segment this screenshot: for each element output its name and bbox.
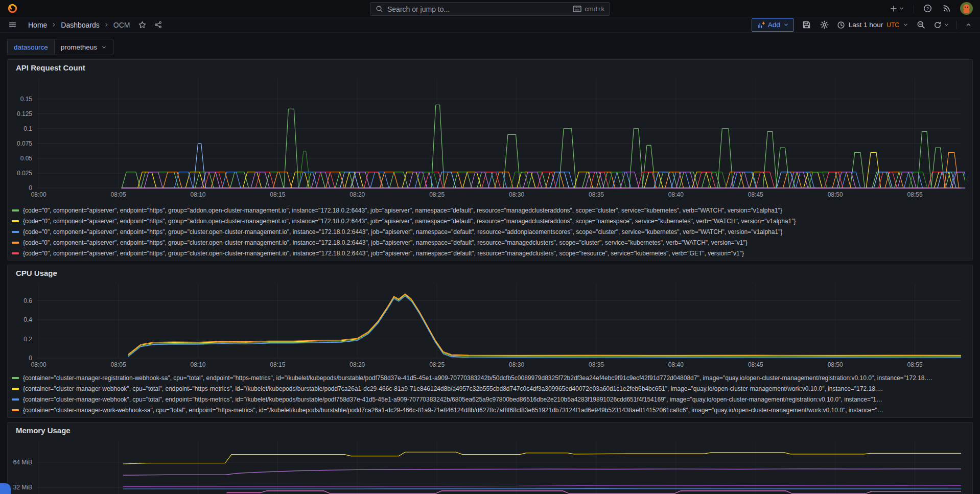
divider: [956, 21, 957, 29]
clock-icon: [837, 21, 845, 29]
mega-menu-button[interactable]: [7, 19, 18, 30]
svg-text:0.1: 0.1: [24, 125, 32, 132]
legend-label: {container="cluster-manager-registration…: [23, 374, 932, 382]
chevron-up-icon: [965, 21, 972, 28]
cpu-usage-legend: {container="cluster-manager-registration…: [8, 371, 972, 415]
svg-text:08:50: 08:50: [828, 361, 843, 368]
panel-header[interactable]: CPU Usage: [8, 265, 972, 280]
svg-text:08:20: 08:20: [349, 361, 365, 368]
svg-text:08:50: 08:50: [828, 191, 843, 198]
search-icon: [376, 5, 383, 13]
legend-item[interactable]: {code="0", component="apiserver", endpoi…: [12, 226, 972, 237]
menu-icon: [8, 20, 17, 29]
legend-label: {code="0", component="apiserver", endpoi…: [23, 218, 796, 225]
grafana-logo[interactable]: [7, 3, 18, 14]
chevron-down-icon: [101, 44, 107, 50]
svg-text:08:25: 08:25: [429, 361, 445, 368]
floating-bubble[interactable]: [0, 483, 11, 494]
legend-series-marker: [12, 388, 19, 390]
legend-series-marker: [12, 209, 19, 211]
search-shortcut: cmd+k: [573, 5, 604, 13]
collapse-toolbar-button[interactable]: [964, 20, 973, 29]
refresh-button-group[interactable]: [934, 21, 949, 29]
new-button[interactable]: [889, 4, 905, 14]
svg-text:08:45: 08:45: [748, 191, 763, 198]
breadcrumb-home[interactable]: Home: [28, 21, 47, 29]
svg-text:?: ?: [926, 6, 929, 11]
svg-text:0.15: 0.15: [20, 96, 33, 103]
panel-header[interactable]: Memory Usage: [8, 422, 972, 438]
cpu-usage-chart[interactable]: 08:0008:0508:1008:1508:2008:2508:3008:35…: [8, 280, 965, 371]
legend-item[interactable]: {code="0", component="apiserver", endpoi…: [12, 216, 972, 226]
help-button[interactable]: ?: [922, 3, 933, 14]
breadcrumb-dashboards[interactable]: Dashboards: [61, 21, 100, 29]
svg-text:08:15: 08:15: [270, 361, 285, 368]
svg-text:08:40: 08:40: [668, 361, 684, 368]
gear-icon: [820, 20, 829, 29]
legend-item[interactable]: {code="0", component="apiserver", endpoi…: [12, 205, 972, 216]
svg-text:0.6: 0.6: [24, 297, 32, 304]
svg-text:08:00: 08:00: [31, 191, 46, 198]
timezone-label: UTC: [886, 21, 899, 29]
time-range-label: Last 1 hour: [849, 21, 883, 29]
news-button[interactable]: [941, 3, 952, 14]
search-input[interactable]: Search or jump to... cmd+k: [370, 2, 610, 16]
svg-text:08:35: 08:35: [589, 191, 604, 198]
api-request-count-chart[interactable]: 08:0008:0508:1008:1508:2008:2508:3008:35…: [8, 75, 965, 204]
panel-title: API Request Count: [12, 63, 85, 72]
dashboard-settings-button[interactable]: [819, 19, 830, 30]
legend-series-marker: [12, 409, 19, 411]
share-icon: [154, 21, 162, 29]
variable-value-dropdown[interactable]: prometheus: [54, 39, 113, 55]
chevron-right-icon: [104, 22, 109, 28]
chevron-right-icon: [51, 22, 57, 28]
legend-label: {container="cluster-manager-webhook", cp…: [23, 385, 883, 392]
panel-title: Memory Usage: [12, 426, 71, 435]
legend-item[interactable]: {code="0", component="apiserver", endpoi…: [12, 237, 972, 248]
svg-text:08:05: 08:05: [111, 361, 126, 368]
legend-label: {code="0", component="apiserver", endpoi…: [23, 239, 748, 246]
search-placeholder: Search or jump to...: [387, 5, 569, 13]
favorite-button[interactable]: [137, 20, 147, 30]
refresh-icon: [934, 21, 942, 29]
star-icon: [138, 21, 146, 29]
svg-text:08:00: 08:00: [31, 361, 46, 368]
search-minus-icon: [917, 20, 925, 29]
svg-text:08:40: 08:40: [668, 191, 684, 198]
chevron-down-icon: [903, 22, 908, 28]
svg-text:0.075: 0.075: [17, 140, 32, 147]
legend-item[interactable]: {container="cluster-manager-work-webhook…: [12, 405, 972, 415]
legend-item[interactable]: {container="cluster-manager-registration…: [12, 372, 972, 383]
graph-add-icon: [757, 21, 765, 29]
svg-text:08:05: 08:05: [111, 191, 126, 198]
legend-item[interactable]: {container="cluster-manager-webhook", cp…: [12, 394, 972, 405]
add-panel-button[interactable]: Add: [752, 18, 794, 32]
panel-header[interactable]: API Request Count: [8, 60, 972, 75]
panel-title: CPU Usage: [12, 269, 57, 277]
breadcrumb-current: OCM: [113, 21, 130, 29]
svg-text:08:15: 08:15: [270, 191, 285, 198]
svg-text:0.4: 0.4: [24, 316, 32, 323]
zoom-out-time-button[interactable]: [916, 19, 926, 30]
panel-api-request-count: API Request Count 08:0008:0508:1008:1508…: [7, 59, 973, 261]
legend-item[interactable]: {code="0", component="apiserver", endpoi…: [12, 248, 972, 258]
svg-text:64 MiB: 64 MiB: [13, 459, 32, 466]
share-button[interactable]: [153, 20, 163, 30]
variable-label[interactable]: datasource: [7, 39, 54, 55]
svg-text:08:10: 08:10: [190, 361, 205, 368]
legend-label: {code="0", component="apiserver", endpoi…: [23, 228, 782, 236]
legend-label: {container="cluster-manager-webhook", cp…: [23, 396, 882, 403]
api-request-count-legend: {code="0", component="apiserver", endpoi…: [8, 204, 972, 258]
memory-usage-chart[interactable]: 64 MiB32 MiB: [8, 438, 965, 494]
dashboard-content: datasource prometheus API Request Count …: [0, 33, 980, 494]
svg-text:0: 0: [29, 355, 32, 362]
breadcrumb: Home Dashboards OCM: [28, 20, 163, 30]
svg-text:0: 0: [29, 184, 32, 192]
legend-label: {code="0", component="apiserver", endpoi…: [23, 250, 744, 257]
legend-item[interactable]: {container="cluster-manager-webhook", cp…: [12, 383, 972, 394]
time-range-picker[interactable]: Last 1 hour UTC: [837, 21, 908, 29]
question-circle-icon: ?: [923, 4, 932, 13]
user-avatar[interactable]: [960, 2, 973, 15]
legend-series-marker: [12, 398, 19, 401]
save-dashboard-button[interactable]: [801, 19, 812, 30]
